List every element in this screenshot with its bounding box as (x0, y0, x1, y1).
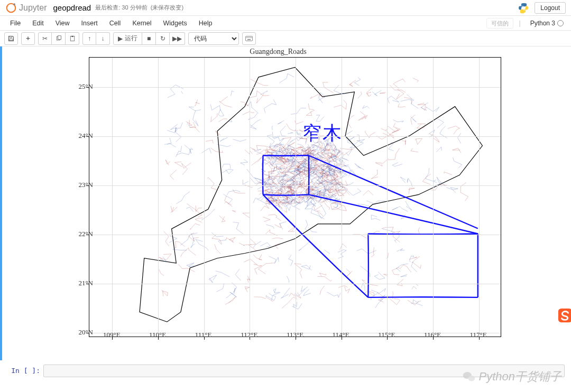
input-cell[interactable]: In [ ]: (0, 363, 571, 378)
svg-point-13 (250, 37, 251, 38)
kernel-idle-icon (557, 20, 564, 26)
kernel-name[interactable]: Python 3 (530, 20, 555, 27)
command-palette-button[interactable] (242, 32, 256, 45)
plus-icon: ＋ (25, 34, 31, 43)
celltype-select[interactable]: 代码Markdown原始 NBConvert标题 (188, 32, 239, 45)
code-input[interactable] (43, 365, 565, 377)
x-tick-label: 110°E (149, 331, 166, 339)
x-tick-label: 109°E (103, 331, 121, 339)
jupyter-icon (5, 2, 17, 14)
x-tick-label: 112°E (241, 331, 257, 339)
stop-icon: ■ (147, 35, 151, 42)
notebook-header: Jupyter geopdread 最后检查: 30 分钟前 (未保存改变) L… (0, 0, 571, 16)
interrupt-button[interactable]: ■ (142, 32, 156, 45)
y-tick-label: 25°N (78, 82, 93, 91)
menu-file[interactable]: File (4, 16, 26, 31)
checkpoint-status: 最后检查: 30 分钟前 (未保存改变) (95, 4, 183, 12)
restart-run-all-button[interactable]: ▶▶ (170, 32, 185, 45)
python-icon (518, 2, 529, 14)
run-button[interactable]: ▶运行 (113, 32, 142, 45)
paste-icon (69, 35, 76, 42)
input-prompt: In [ ]: (6, 365, 43, 377)
scissors-icon: ✂ (42, 35, 48, 42)
y-tick-label: 21°N (78, 279, 93, 287)
svg-rect-8 (245, 36, 252, 41)
logout-button[interactable]: Logout (535, 2, 566, 14)
move-up-button[interactable]: ↑ (82, 32, 96, 45)
y-tick-label: 24°N (78, 132, 93, 140)
menu-insert[interactable]: Insert (76, 16, 104, 31)
menu-view[interactable]: View (50, 16, 76, 31)
save-icon (8, 35, 14, 42)
svg-point-14 (251, 37, 252, 38)
menu-help[interactable]: Help (193, 16, 218, 31)
plot-title: Guangdong_Roads (45, 48, 511, 56)
menubar: File Edit View Insert Cell Kernel Widget… (0, 16, 571, 31)
copy-button[interactable] (52, 32, 66, 45)
menu-widgets[interactable]: Widgets (158, 16, 193, 31)
x-tick-label: 111°E (195, 331, 212, 339)
x-tick-label: 117°E (470, 331, 487, 339)
x-tick-label: 115°E (378, 331, 395, 339)
restart-button[interactable]: ↻ (156, 32, 170, 45)
y-tick-label: 22°N (78, 230, 93, 238)
svg-point-10 (246, 37, 247, 38)
svg-point-11 (247, 37, 248, 38)
output-prompt (8, 48, 45, 359)
y-tick-label: 23°N (78, 181, 93, 189)
plot-axes: 窄木 (89, 57, 501, 337)
svg-point-1 (13, 3, 15, 5)
save-button[interactable] (4, 32, 18, 45)
svg-rect-3 (10, 39, 13, 40)
jupyter-logo[interactable]: Jupyter (5, 2, 47, 14)
copy-icon (56, 35, 62, 42)
sogou-icon (557, 307, 571, 323)
menu-edit[interactable]: Edit (26, 16, 50, 31)
svg-rect-5 (58, 35, 61, 39)
keyboard-icon (245, 36, 253, 41)
play-icon: ▶ (118, 35, 123, 42)
notebook-name[interactable]: geopdread (53, 3, 91, 12)
x-tick-label: 116°E (424, 331, 441, 339)
jupyter-logo-text: Jupyter (19, 3, 47, 13)
x-tick-label: 113°E (287, 331, 303, 339)
notebook-container: Guangdong_Roads 窄木 109°E110°E111°E112°E1… (0, 46, 571, 392)
insert-cell-button[interactable]: ＋ (21, 32, 35, 45)
cut-button[interactable]: ✂ (38, 32, 52, 45)
menu-cell[interactable]: Cell (104, 16, 127, 31)
fast-forward-icon: ▶▶ (172, 35, 182, 42)
matplotlib-figure: Guangdong_Roads 窄木 109°E110°E111°E112°E1… (45, 48, 511, 359)
toolbar: ＋ ✂ ↑ ↓ ▶运行 ■ ↻ ▶▶ 代码Markdown原始 NBConver… (0, 31, 571, 46)
arrow-down-icon: ↓ (102, 35, 105, 42)
svg-point-12 (248, 37, 249, 38)
map-plot (89, 58, 501, 337)
svg-rect-9 (247, 39, 251, 40)
move-down-button[interactable]: ↓ (96, 32, 110, 45)
output-cell[interactable]: Guangdong_Roads 窄木 109°E110°E111°E112°E1… (0, 46, 571, 360)
paste-button[interactable] (66, 32, 79, 45)
menu-kernel[interactable]: Kernel (126, 16, 157, 31)
restart-icon: ↻ (160, 35, 165, 42)
svg-rect-7 (71, 35, 73, 36)
y-tick-label: 20°N (78, 328, 93, 337)
trusted-badge[interactable]: 可信的 (486, 18, 513, 29)
x-tick-label: 114°E (333, 331, 349, 339)
arrow-up-icon: ↑ (88, 35, 91, 42)
